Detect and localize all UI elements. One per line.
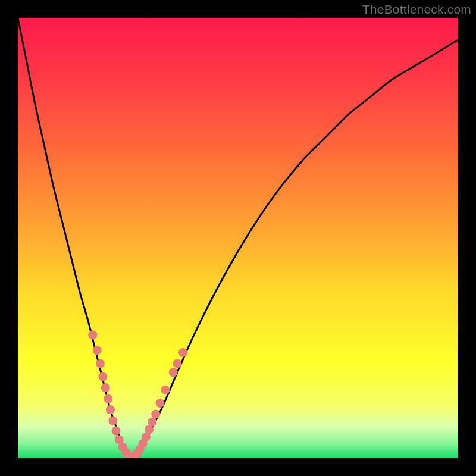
data-point bbox=[112, 427, 121, 436]
data-point bbox=[88, 330, 97, 339]
data-point bbox=[98, 372, 107, 381]
data-point bbox=[169, 368, 178, 377]
chart-frame: TheBottleneck.com bbox=[0, 0, 476, 476]
curve-layer bbox=[18, 18, 458, 458]
data-point bbox=[178, 348, 187, 357]
highlighted-points bbox=[88, 330, 187, 458]
data-point bbox=[173, 359, 181, 368]
data-point bbox=[148, 418, 156, 427]
plot-area bbox=[18, 18, 458, 458]
bottleneck-curve bbox=[18, 18, 458, 458]
data-point bbox=[151, 410, 160, 419]
data-point bbox=[96, 359, 105, 368]
data-point bbox=[101, 383, 110, 392]
data-point bbox=[93, 346, 102, 355]
watermark-text: TheBottleneck.com bbox=[362, 2, 471, 17]
data-point bbox=[161, 386, 170, 394]
data-point bbox=[106, 405, 115, 414]
data-point bbox=[156, 399, 165, 408]
data-point bbox=[104, 394, 112, 403]
data-point bbox=[108, 416, 117, 425]
